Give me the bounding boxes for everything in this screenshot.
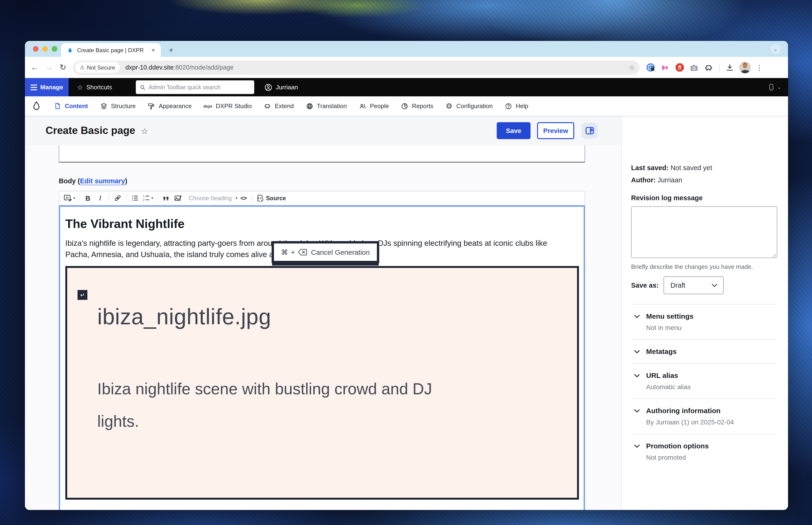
section-menu-settings[interactable]: Menu settings Not in menu — [631, 304, 777, 339]
puzzle-icon — [264, 102, 272, 110]
section-metatags[interactable]: Metatags — [631, 339, 777, 363]
author-row: Author: Jurriaan — [631, 175, 777, 185]
adblock-hand-extension-icon[interactable] — [674, 62, 685, 73]
nav-item-configuration[interactable]: ⚙ Configuration — [445, 102, 493, 110]
chevron-down-icon — [634, 373, 640, 377]
nav-item-dxpr-studio[interactable]: dxpr DXPR Studio — [203, 103, 252, 109]
toolbar-orientation-toggle[interactable]: ⌄ — [767, 78, 781, 96]
section-title: URL alias — [646, 371, 678, 379]
source-button[interactable]: Source — [255, 192, 287, 204]
save-button[interactable]: Save — [497, 122, 531, 139]
bulleted-list-button[interactable] — [129, 192, 141, 204]
chevron-down-icon — [634, 444, 640, 448]
section-url-alias[interactable]: URL alias Automatic alias — [631, 363, 777, 399]
new-tab-button[interactable]: + — [166, 46, 176, 55]
nav-item-structure[interactable]: Structure — [99, 102, 136, 110]
nav-item-label: Configuration — [456, 103, 493, 109]
browser-menu-kebab-icon[interactable]: ⋮ — [755, 63, 764, 72]
toolbar-separator — [126, 194, 126, 202]
drupal-logo-icon[interactable] — [31, 101, 42, 111]
toolbar-separator — [109, 194, 109, 202]
nav-item-help[interactable]: Help — [504, 102, 528, 110]
numbered-list-button[interactable]: 12 ▾ — [141, 192, 155, 204]
user-menu-item[interactable]: Jurriaan — [264, 78, 298, 96]
nav-item-extend[interactable]: Extend — [264, 102, 294, 110]
toolbar-separator — [79, 194, 79, 202]
password-manager-extension-icon[interactable] — [645, 62, 656, 73]
inline-code-button[interactable]: <> — [237, 192, 249, 204]
nav-item-appearance[interactable]: Appearance — [148, 102, 192, 110]
tab-search-chevron-icon[interactable]: ⌄ — [771, 44, 781, 54]
edit-summary-link[interactable]: Edit summary — [80, 177, 125, 185]
device-icon — [767, 83, 775, 91]
downloads-icon[interactable] — [724, 62, 735, 73]
revision-log-textarea[interactable] — [631, 206, 777, 258]
image-placeholder[interactable]: ibiza_nightlife.jpg Ibiza nightlife scen… — [65, 266, 579, 500]
chevron-down-icon — [634, 314, 640, 318]
nav-item-content[interactable]: Content — [53, 102, 88, 110]
section-authoring-information[interactable]: Authoring information By Jurriaan (1) on… — [631, 399, 777, 434]
content-file-icon — [53, 102, 62, 110]
shortcuts-label: Shortcuts — [86, 84, 112, 91]
close-window-button[interactable] — [33, 46, 39, 52]
cancel-generation-tooltip[interactable]: ⌘ + Cancel Generation — [272, 241, 379, 263]
preview-button[interactable]: Preview — [537, 122, 574, 139]
nav-item-reports[interactable]: Reports — [401, 102, 433, 110]
screenshot-camera-extension-icon[interactable] — [689, 62, 699, 73]
nav-item-translation[interactable]: Translation — [306, 102, 347, 110]
zoom-window-button[interactable] — [52, 46, 57, 52]
bold-button[interactable]: B — [82, 192, 94, 204]
link-button[interactable] — [111, 192, 124, 204]
revision-help-text: Briefly describe the changes you have ma… — [631, 263, 777, 270]
pink-arrow-extension-icon[interactable] — [660, 62, 670, 73]
reload-icon[interactable]: ↻ — [56, 62, 70, 72]
shortcuts-menu-item[interactable]: ☆ Shortcuts — [77, 78, 112, 96]
save-as-select[interactable]: Draft — [663, 276, 724, 294]
tab-title: Create Basic page | DXPR — [77, 47, 150, 53]
sidebar-toggle-button[interactable] — [582, 123, 598, 139]
revision-log-label: Revision log message — [631, 194, 777, 201]
nav-item-label: Reports — [412, 103, 433, 109]
section-summary: Not promoted — [646, 453, 777, 461]
node-form: Body (Edit summary) AI ▾ B I — [25, 145, 621, 510]
forward-icon[interactable]: → — [42, 63, 56, 72]
user-circle-icon — [264, 83, 273, 91]
body-field-label: Body (Edit summary) — [59, 177, 621, 185]
tab-close-icon[interactable]: × — [150, 46, 157, 54]
back-icon[interactable]: ← — [28, 63, 42, 72]
extensions-puzzle-icon[interactable] — [703, 62, 714, 73]
ai-image-button[interactable]: AI ▾ — [62, 192, 77, 204]
body-label-text: Body ( — [59, 177, 80, 185]
section-title: Menu settings — [646, 312, 693, 320]
manage-menu-item[interactable]: Manage — [25, 78, 68, 96]
page-header: Create Basic page ☆ Save Preview — [25, 116, 621, 145]
admin-toolbar: Manage ☆ Shortcuts Jurriaan ⌄ — [25, 78, 788, 96]
bookmark-star-icon[interactable]: ☆ — [629, 64, 635, 71]
save-as-label: Save as: — [631, 282, 659, 289]
insert-image-button[interactable] — [172, 192, 184, 204]
nav-item-people[interactable]: People — [358, 102, 389, 110]
toolbar-separator — [157, 194, 157, 202]
drupal-favicon-icon — [67, 47, 73, 53]
section-promotion-options[interactable]: Promotion options Not promoted — [631, 434, 777, 469]
favorite-star-icon[interactable]: ☆ — [141, 126, 148, 136]
nav-item-label: Structure — [111, 103, 136, 109]
url-text: dxpr-10.ddev.site:8020/node/add/page — [125, 64, 233, 71]
heading-dropdown[interactable]: Choose heading — [189, 195, 232, 201]
admin-search-input[interactable] — [149, 84, 250, 90]
title-field[interactable] — [59, 145, 585, 163]
svg-text:2: 2 — [143, 198, 144, 201]
toolbar-separator — [719, 63, 719, 72]
security-badge[interactable]: ⚠ Not Secure — [75, 62, 120, 73]
author-value: Jurriaan — [656, 176, 682, 184]
page-title: Create Basic page — [46, 124, 135, 137]
globe-icon — [306, 102, 314, 110]
section-title: Authoring information — [646, 407, 721, 415]
minimize-window-button[interactable] — [42, 46, 48, 52]
blockquote-button[interactable] — [160, 192, 172, 204]
browser-profile-avatar[interactable] — [739, 62, 751, 73]
address-bar[interactable]: ⚠ Not Secure dxpr-10.ddev.site:8020/node… — [73, 60, 640, 75]
italic-button[interactable]: I — [94, 192, 106, 204]
admin-quick-search[interactable] — [136, 80, 254, 94]
browser-tab[interactable]: Create Basic page | DXPR × — [61, 43, 161, 57]
